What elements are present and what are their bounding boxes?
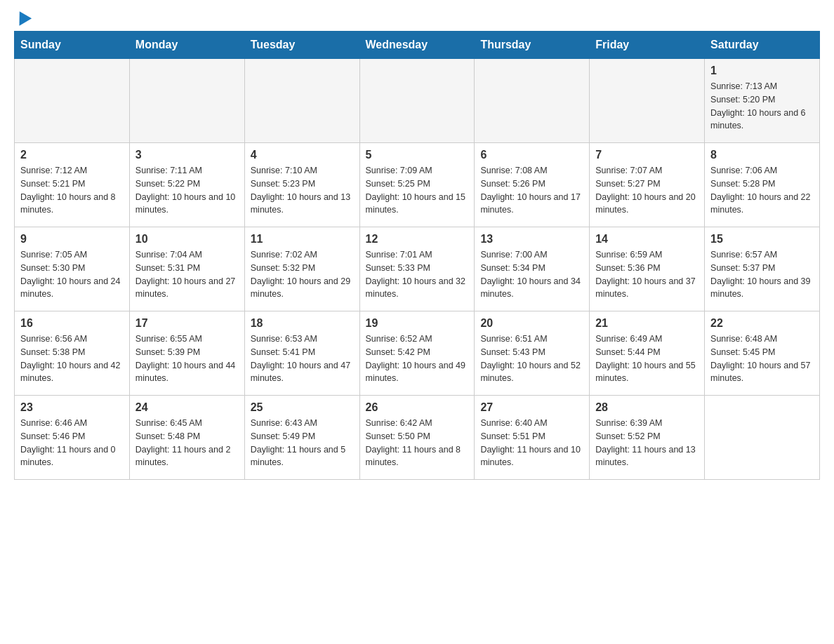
day-number: 24	[135, 401, 239, 414]
day-number: 3	[135, 149, 239, 161]
calendar-cell: 16Sunrise: 6:56 AM Sunset: 5:38 PM Dayli…	[15, 311, 130, 396]
calendar-cell	[359, 59, 475, 143]
day-number: 26	[366, 401, 469, 414]
day-info: Sunrise: 7:13 AM Sunset: 5:20 PM Dayligh…	[710, 80, 814, 133]
calendar-cell: 21Sunrise: 6:49 AM Sunset: 5:44 PM Dayli…	[590, 311, 705, 396]
day-number: 6	[480, 149, 583, 161]
day-info: Sunrise: 7:05 AM Sunset: 5:30 PM Dayligh…	[20, 248, 124, 301]
calendar-cell: 19Sunrise: 6:52 AM Sunset: 5:42 PM Dayli…	[359, 311, 475, 396]
day-number: 22	[710, 317, 814, 330]
calendar-day-header: Friday	[590, 32, 705, 59]
calendar-day-header: Monday	[129, 32, 244, 59]
day-info: Sunrise: 6:42 AM Sunset: 5:50 PM Dayligh…	[366, 417, 469, 469]
calendar-day-header: Saturday	[705, 32, 820, 59]
day-info: Sunrise: 7:08 AM Sunset: 5:26 PM Dayligh…	[480, 164, 583, 217]
calendar-cell: 22Sunrise: 6:48 AM Sunset: 5:45 PM Dayli…	[705, 311, 820, 396]
day-info: Sunrise: 6:57 AM Sunset: 5:37 PM Dayligh…	[710, 248, 814, 301]
day-number: 10	[135, 233, 239, 246]
calendar-cell: 13Sunrise: 7:00 AM Sunset: 5:34 PM Dayli…	[475, 227, 590, 311]
calendar-cell	[129, 59, 244, 143]
day-number: 20	[480, 317, 583, 330]
calendar-cell: 1Sunrise: 7:13 AM Sunset: 5:20 PM Daylig…	[705, 59, 820, 143]
day-info: Sunrise: 6:39 AM Sunset: 5:52 PM Dayligh…	[595, 417, 699, 469]
day-info: Sunrise: 6:59 AM Sunset: 5:36 PM Dayligh…	[595, 248, 699, 301]
calendar-table: SundayMondayTuesdayWednesdayThursdayFrid…	[14, 31, 820, 480]
day-info: Sunrise: 6:52 AM Sunset: 5:42 PM Dayligh…	[366, 333, 469, 385]
page-header	[14, 14, 820, 24]
day-number: 5	[366, 149, 469, 161]
calendar-cell: 3Sunrise: 7:11 AM Sunset: 5:22 PM Daylig…	[129, 143, 244, 227]
day-number: 2	[20, 149, 124, 161]
day-number: 14	[595, 233, 699, 246]
calendar-cell: 14Sunrise: 6:59 AM Sunset: 5:36 PM Dayli…	[590, 227, 705, 311]
calendar-cell: 9Sunrise: 7:05 AM Sunset: 5:30 PM Daylig…	[15, 227, 130, 311]
calendar-cell: 6Sunrise: 7:08 AM Sunset: 5:26 PM Daylig…	[475, 143, 590, 227]
day-number: 8	[710, 149, 814, 161]
day-number: 13	[480, 233, 583, 246]
day-info: Sunrise: 7:12 AM Sunset: 5:21 PM Dayligh…	[20, 164, 124, 217]
day-number: 17	[135, 317, 239, 330]
day-info: Sunrise: 7:01 AM Sunset: 5:33 PM Dayligh…	[366, 248, 469, 301]
calendar-cell: 4Sunrise: 7:10 AM Sunset: 5:23 PM Daylig…	[244, 143, 359, 227]
calendar-cell: 27Sunrise: 6:40 AM Sunset: 5:51 PM Dayli…	[475, 396, 590, 480]
calendar-cell	[244, 59, 359, 143]
day-number: 12	[366, 233, 469, 246]
calendar-header-row: SundayMondayTuesdayWednesdayThursdayFrid…	[15, 32, 820, 59]
calendar-week-row: 23Sunrise: 6:46 AM Sunset: 5:46 PM Dayli…	[15, 396, 820, 480]
calendar-week-row: 1Sunrise: 7:13 AM Sunset: 5:20 PM Daylig…	[15, 59, 820, 143]
calendar-cell: 17Sunrise: 6:55 AM Sunset: 5:39 PM Dayli…	[129, 311, 244, 396]
calendar-day-header: Thursday	[475, 32, 590, 59]
calendar-cell: 18Sunrise: 6:53 AM Sunset: 5:41 PM Dayli…	[244, 311, 359, 396]
calendar-cell: 24Sunrise: 6:45 AM Sunset: 5:48 PM Dayli…	[129, 396, 244, 480]
day-info: Sunrise: 6:51 AM Sunset: 5:43 PM Dayligh…	[480, 333, 583, 385]
calendar-day-header: Wednesday	[359, 32, 475, 59]
calendar-cell	[475, 59, 590, 143]
calendar-cell: 8Sunrise: 7:06 AM Sunset: 5:28 PM Daylig…	[705, 143, 820, 227]
day-number: 16	[20, 317, 124, 330]
day-info: Sunrise: 6:56 AM Sunset: 5:38 PM Dayligh…	[20, 333, 124, 385]
day-info: Sunrise: 7:10 AM Sunset: 5:23 PM Dayligh…	[251, 164, 354, 217]
calendar-cell: 10Sunrise: 7:04 AM Sunset: 5:31 PM Dayli…	[129, 227, 244, 311]
day-info: Sunrise: 7:09 AM Sunset: 5:25 PM Dayligh…	[366, 164, 469, 217]
calendar-cell: 7Sunrise: 7:07 AM Sunset: 5:27 PM Daylig…	[590, 143, 705, 227]
day-info: Sunrise: 6:43 AM Sunset: 5:49 PM Dayligh…	[251, 417, 354, 469]
calendar-day-header: Sunday	[15, 32, 130, 59]
day-info: Sunrise: 7:11 AM Sunset: 5:22 PM Dayligh…	[135, 164, 239, 217]
calendar-cell: 5Sunrise: 7:09 AM Sunset: 5:25 PM Daylig…	[359, 143, 475, 227]
day-number: 23	[20, 401, 124, 414]
calendar-cell: 23Sunrise: 6:46 AM Sunset: 5:46 PM Dayli…	[15, 396, 130, 480]
calendar-cell: 20Sunrise: 6:51 AM Sunset: 5:43 PM Dayli…	[475, 311, 590, 396]
calendar-week-row: 9Sunrise: 7:05 AM Sunset: 5:30 PM Daylig…	[15, 227, 820, 311]
day-info: Sunrise: 7:02 AM Sunset: 5:32 PM Dayligh…	[251, 248, 354, 301]
logo	[14, 14, 29, 24]
day-number: 18	[251, 317, 354, 330]
day-number: 19	[366, 317, 469, 330]
day-number: 25	[251, 401, 354, 414]
day-number: 11	[251, 233, 354, 246]
day-info: Sunrise: 7:06 AM Sunset: 5:28 PM Dayligh…	[710, 164, 814, 217]
day-number: 15	[710, 233, 814, 246]
day-number: 28	[595, 401, 699, 414]
day-number: 4	[251, 149, 354, 161]
day-info: Sunrise: 6:45 AM Sunset: 5:48 PM Dayligh…	[135, 417, 239, 469]
calendar-cell: 15Sunrise: 6:57 AM Sunset: 5:37 PM Dayli…	[705, 227, 820, 311]
calendar-cell: 11Sunrise: 7:02 AM Sunset: 5:32 PM Dayli…	[244, 227, 359, 311]
day-info: Sunrise: 6:46 AM Sunset: 5:46 PM Dayligh…	[20, 417, 124, 469]
day-info: Sunrise: 7:00 AM Sunset: 5:34 PM Dayligh…	[480, 248, 583, 301]
day-number: 7	[595, 149, 699, 161]
calendar-week-row: 2Sunrise: 7:12 AM Sunset: 5:21 PM Daylig…	[15, 143, 820, 227]
calendar-week-row: 16Sunrise: 6:56 AM Sunset: 5:38 PM Dayli…	[15, 311, 820, 396]
calendar-cell	[705, 396, 820, 480]
calendar-cell: 25Sunrise: 6:43 AM Sunset: 5:49 PM Dayli…	[244, 396, 359, 480]
day-info: Sunrise: 7:04 AM Sunset: 5:31 PM Dayligh…	[135, 248, 239, 301]
day-info: Sunrise: 7:07 AM Sunset: 5:27 PM Dayligh…	[595, 164, 699, 217]
day-number: 1	[710, 65, 814, 77]
day-info: Sunrise: 6:53 AM Sunset: 5:41 PM Dayligh…	[251, 333, 354, 385]
calendar-day-header: Tuesday	[244, 32, 359, 59]
calendar-cell: 28Sunrise: 6:39 AM Sunset: 5:52 PM Dayli…	[590, 396, 705, 480]
day-info: Sunrise: 6:55 AM Sunset: 5:39 PM Dayligh…	[135, 333, 239, 385]
calendar-cell: 2Sunrise: 7:12 AM Sunset: 5:21 PM Daylig…	[15, 143, 130, 227]
calendar-cell: 26Sunrise: 6:42 AM Sunset: 5:50 PM Dayli…	[359, 396, 475, 480]
day-number: 27	[480, 401, 583, 414]
calendar-cell	[15, 59, 130, 143]
